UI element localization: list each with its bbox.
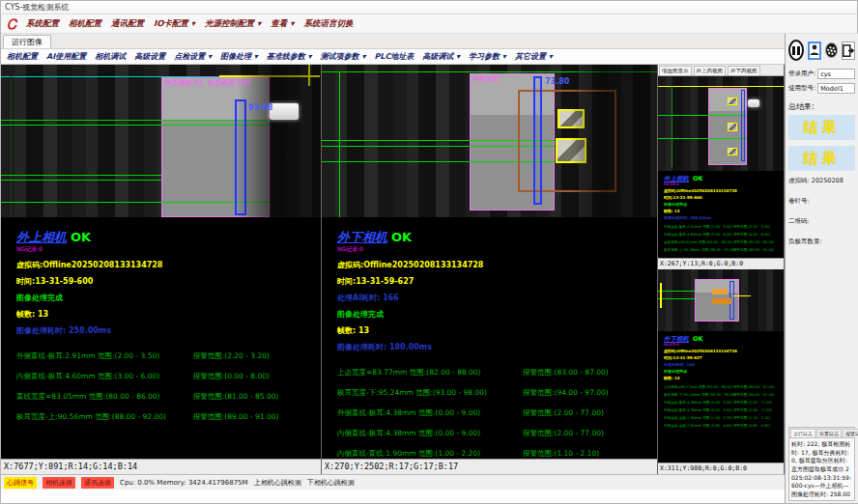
ai-box-label: AI检测框: [472, 74, 500, 84]
app-logo-icon: Ꮯ: [7, 17, 16, 31]
edge-marker-yellow: [308, 65, 310, 86]
tool-ai-config[interactable]: AI使用配置: [46, 51, 86, 62]
menu-item-light-config[interactable]: 光源控制配置 ▾: [205, 18, 261, 30]
alarm-range: 报警范围:(0.00 - 8.00): [193, 372, 270, 381]
tab-detect-box: [556, 138, 586, 163]
pixel-coordinate-bar-lower: X:270;Y:2502;R:17;G:17;B:17: [322, 459, 657, 474]
mini-coordinate-bar-lower: X:311;Y:980;R:0;G:0;B:0: [658, 462, 784, 474]
tool-advanced-debug[interactable]: 高级调试 ▾: [422, 51, 460, 62]
comm-link-badge: 通讯连接: [81, 477, 114, 489]
menu-item-io-config[interactable]: IO卡配置 ▾: [154, 18, 195, 30]
titlebar: CYS-视觉检测系统: [1, 1, 857, 14]
barcode-line: 虚拟码:Offline20250208133134728: [664, 188, 784, 193]
gear-icon: [826, 45, 837, 56]
camera-title: 外下相机: [664, 335, 689, 343]
camera-panel-upper[interactable]: 静态阈值:93, 动态阈值:100 93.88 外上相机OK NG记录:0 虚拟…: [1, 65, 322, 474]
measurement-value: 外侧直线-极耳:2.91mm 范围:(2.00 - 3.50): [16, 351, 193, 361]
tool-test-params[interactable]: 测试项参数 ▾: [321, 51, 366, 62]
mini-tab-lower-view[interactable]: 外下内视图: [728, 66, 760, 75]
tool-camera-debug[interactable]: 相机调试: [95, 51, 126, 62]
tool-camera-config[interactable]: 相机配置: [7, 51, 38, 62]
tab-detect-box: [558, 109, 585, 128]
result-status: OK: [693, 175, 703, 182]
measurement-row: 外侧直线-极耳:4.38mm 范围:(0.00 - 9.00)报警范围:(2.0…: [337, 408, 657, 418]
login-user-field[interactable]: cys: [817, 69, 855, 79]
pin-number-label: 卷针号:: [788, 197, 855, 206]
barcode-info-label: 虚拟码:: [788, 177, 810, 184]
process-done-line: 图像处理完成: [664, 369, 784, 374]
pause-button[interactable]: [788, 40, 804, 61]
menu-item-camera-config[interactable]: 相机配置: [69, 18, 101, 30]
guide-line: [11, 76, 12, 217]
main-area: 静态阈值:93, 动态阈值:100 93.88 外上相机OK NG记录:0 虚拟…: [1, 65, 785, 474]
tool-baseline-params[interactable]: 基准线参数 ▾: [267, 51, 312, 62]
alarm-range: 报警范围:(89.00 - 91.00): [193, 412, 279, 422]
process-done-line: 图像处理完成: [664, 202, 784, 207]
log-tab-run[interactable]: 运行日志: [790, 429, 815, 437]
barcode-info-value: 20250208: [812, 177, 844, 184]
negative-tab-count-label: 负极耳数量:: [788, 238, 855, 246]
menu-item-system-config[interactable]: 系统配置: [26, 18, 59, 30]
app-window: CYS-视觉检测系统 Ꮯ 系统配置 相机配置 通讯配置 IO卡配置 ▾ 光源控制…: [0, 0, 858, 504]
mini-view-column: 缩放图显示 外上内视图 外下内视图: [658, 65, 785, 474]
tool-learn-params[interactable]: 学习参数 ▾: [469, 51, 506, 62]
measure-line: [1, 125, 270, 126]
tool-plc-table[interactable]: PLC地址表: [374, 51, 414, 62]
ng-record: NG记录:0: [16, 245, 321, 254]
measure-line: [1, 180, 161, 181]
menu-item-language[interactable]: 系统语言切换: [304, 18, 354, 30]
result-status: OK: [391, 230, 412, 244]
log-text[interactable]: 耗时: 222, 极耳检测耗时: 17, 极耳分类耗时: 0, 极耳提取分区耗时…: [789, 438, 854, 500]
camera-image-upper[interactable]: 静态阈值:93, 动态阈值:100 93.88: [1, 65, 321, 217]
menubar: Ꮯ 系统配置 相机配置 通讯配置 IO卡配置 ▾ 光源控制配置 ▾ 查看 ▾ 系…: [1, 14, 857, 34]
mini-panel-upper[interactable]: 缩放图显示 外上内视图 外下内视图: [658, 65, 785, 269]
frame-line: 帧数: 13: [337, 325, 657, 336]
log-tab-settings[interactable]: 设置日志: [816, 429, 842, 437]
highlight-mark: [712, 289, 728, 294]
elapsed-line: 图像处理耗时: 180.00ms: [337, 342, 657, 352]
login-user-label: 登录用户:: [788, 70, 815, 78]
alarm-range: 报警范围:(1.10 - 2.10): [523, 449, 599, 459]
log-tab-alarm[interactable]: 报警日志: [843, 429, 858, 437]
settings-button[interactable]: [825, 42, 838, 58]
tool-spot-check[interactable]: 点检设置 ▾: [174, 51, 212, 62]
measurement-value: 外侧直线-极耳:4.38mm 范围:(0.00 - 9.00): [337, 408, 523, 418]
measure-line: [1, 120, 270, 121]
user-button[interactable]: [808, 42, 821, 60]
mini-tab-upper-view[interactable]: 外上内视图: [694, 66, 727, 75]
measurement-row: 极耳宽度-上:90.56mm 范围:(88.00 - 92.00)报警范围:(8…: [16, 412, 321, 422]
measurement-value: 极耳宽度-下:95.24mm 范围:(93.00 - 98.00): [337, 388, 523, 398]
menu-item-comm-config[interactable]: 通讯配置: [111, 18, 144, 30]
mini-image-upper[interactable]: [658, 76, 784, 171]
window-title: CYS-视觉检测系统: [5, 3, 69, 12]
alarm-range: 报警范围:(83.00 - 87.00): [523, 368, 609, 378]
bottom-strip: [1, 490, 785, 503]
process-done-line: 图像处理完成: [337, 309, 657, 320]
measure-line: [1, 175, 161, 176]
measurement-value: 内侧直线-直线:1.90mm 范围:(1.00 - 2.20): [337, 449, 523, 459]
menu-item-view[interactable]: 查看 ▾: [271, 18, 294, 30]
time-line: 时间:13-31-59-600: [664, 195, 784, 200]
model-label: 使用型号:: [788, 84, 815, 93]
tool-advanced-settings[interactable]: 高级设置: [134, 51, 165, 62]
product-region: [161, 77, 270, 217]
barcode-line: 虚拟码:Offline20250208133134728: [337, 260, 657, 270]
pixel-coordinate-bar-upper: X:7677;Y:891;R:14;G:14;B:14: [1, 459, 321, 474]
mini-panel-lower[interactable]: 外下相机OK NG记录:0 虚拟码:Offline202502081331347…: [658, 269, 785, 474]
tab-run-image[interactable]: 运行图像: [3, 35, 51, 48]
tool-other-settings[interactable]: 其它设置 ▾: [515, 51, 553, 62]
measurement-value: 内侧直线-极耳:4.60mm 范围:(3.00 - 6.00): [16, 372, 193, 381]
camera-image-lower[interactable]: AI检测框 73.80: [322, 65, 657, 217]
measure-overlay-value: 93.88: [248, 103, 272, 112]
exit-button[interactable]: [842, 42, 855, 60]
highlight-mark: [712, 298, 731, 304]
tool-image-process[interactable]: 图像处理 ▾: [220, 51, 258, 62]
model-field[interactable]: Model1: [817, 83, 855, 94]
cpu-memory-text: Cpu: 0.0% Memory: 3424.41796875M: [120, 479, 248, 487]
heartbeat-badge: 心跳信号: [4, 477, 37, 489]
camera-title: 外下相机: [337, 230, 387, 244]
mini-image-lower[interactable]: [658, 269, 784, 331]
measurement-value: 上边宽度=83.77mm 范围:(82.00 - 88.00): [337, 368, 523, 378]
camera-panel-lower[interactable]: AI检测框 73.80 外下相机OK NG记录:0 虚拟码:Offline202…: [322, 65, 658, 474]
mini-tab-zoom[interactable]: 缩放图显示: [659, 66, 692, 75]
